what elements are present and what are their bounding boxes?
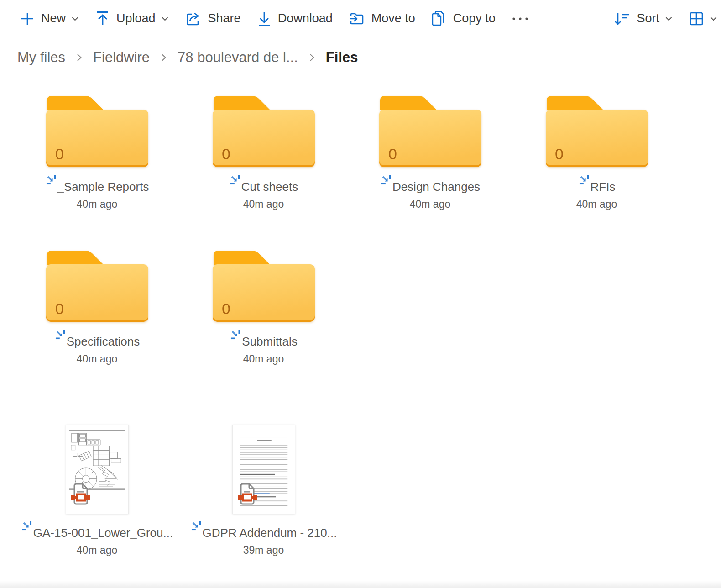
folder-name-row: Submittals (230, 335, 297, 349)
share-button[interactable]: Share (177, 6, 249, 31)
folder-tile[interactable]: 0 Specifications 40m ago (14, 250, 180, 365)
modified-time: 40m ago (77, 198, 118, 210)
file-name-row: GDPR Addendum - 210... (190, 526, 337, 540)
breadcrumb-current-files: Files (326, 49, 358, 66)
folder-item-count: 0 (555, 145, 564, 163)
share-icon (185, 10, 202, 27)
new-item-glint-icon (230, 329, 241, 342)
pdf-file-type-icon (237, 483, 258, 508)
move-to-button[interactable]: Move to (340, 6, 423, 31)
more-commands-button[interactable] (503, 6, 537, 31)
modified-time: 40m ago (77, 544, 118, 556)
file-thumbnail-card (66, 425, 129, 514)
toolbar-left-group: New Upload (12, 6, 537, 31)
sort-button-label: Sort (637, 11, 659, 26)
file-name-row: GA-15-001_Lower_Grou... (21, 526, 173, 540)
upload-button-label: Upload (116, 11, 156, 26)
folder-item-count: 0 (55, 145, 64, 163)
more-icon (511, 16, 529, 21)
modified-time: 40m ago (77, 353, 118, 365)
breadcrumb-fieldwire[interactable]: Fieldwire (93, 49, 150, 66)
move-to-button-label: Move to (371, 11, 415, 26)
file-grid-row: GA-15-001_Lower_Grou... 40m ago (0, 425, 721, 556)
modified-time: 40m ago (576, 198, 617, 210)
chevron-down-icon (161, 14, 169, 23)
folder-item-count: 0 (55, 300, 64, 317)
share-button-label: Share (208, 11, 241, 26)
pdf-file-type-icon (70, 483, 91, 508)
folder-icon: 0 (45, 95, 149, 170)
download-button[interactable]: Download (249, 6, 340, 31)
toolbar: New Upload (0, 0, 721, 37)
file-tile[interactable]: GDPR Addendum - 210... 39m ago (180, 425, 347, 556)
copy-to-icon (431, 10, 447, 27)
breadcrumb: My files Fieldwire 78 boulevard de l... … (0, 37, 721, 66)
folder-tile[interactable]: 0 Submittals 40m ago (180, 250, 347, 365)
sort-button[interactable]: Sort (606, 6, 681, 31)
folder-name: Design Changes (392, 180, 480, 194)
new-item-glint-icon (54, 329, 66, 342)
plus-icon (20, 11, 35, 26)
new-item-glint-icon (229, 174, 241, 188)
chevron-right-icon (76, 52, 83, 63)
move-to-icon (348, 11, 366, 26)
sort-icon (613, 10, 631, 27)
file-thumbnail-card (232, 425, 295, 514)
breadcrumb-my-files[interactable]: My files (17, 49, 65, 66)
download-button-label: Download (278, 11, 333, 26)
upload-button[interactable]: Upload (87, 6, 177, 31)
download-icon (256, 10, 272, 27)
folder-icon: 0 (45, 250, 149, 325)
folder-icon: 0 (378, 95, 482, 170)
bottom-edge-fade (0, 581, 721, 588)
modified-time: 39m ago (243, 544, 284, 556)
new-item-glint-icon (21, 520, 33, 534)
file-tile[interactable]: GA-15-001_Lower_Grou... 40m ago (14, 425, 180, 556)
folder-name-row: Cut sheets (229, 180, 298, 194)
new-button[interactable]: New (12, 6, 87, 31)
chevron-down-icon (709, 14, 718, 23)
breadcrumb-project[interactable]: 78 boulevard de l... (178, 49, 298, 66)
file-name: GA-15-001_Lower_Grou... (33, 526, 173, 540)
toolbar-right-group: Sort (606, 6, 721, 31)
folder-item-count: 0 (222, 300, 230, 317)
chevron-down-icon (71, 14, 79, 23)
view-options-button[interactable] (681, 6, 721, 31)
new-item-glint-icon (380, 174, 392, 188)
chevron-down-icon (664, 14, 673, 23)
file-name: GDPR Addendum - 210... (203, 526, 337, 540)
folder-icon: 0 (545, 95, 649, 170)
copy-to-button-label: Copy to (453, 11, 496, 26)
modified-time: 40m ago (243, 353, 284, 365)
folder-tile[interactable]: 0 RFIs 40m ago (513, 95, 680, 210)
modified-time: 40m ago (410, 198, 451, 210)
folder-item-count: 0 (222, 145, 230, 163)
grid-view-icon (689, 11, 704, 26)
folder-tile[interactable]: 0 _Sample Reports 40m ago (14, 95, 180, 210)
onedrive-file-browser: New Upload (0, 0, 721, 588)
folder-icon: 0 (212, 95, 316, 170)
chevron-right-icon (308, 52, 315, 63)
folder-name: RFIs (590, 180, 616, 194)
folder-name: Specifications (67, 335, 140, 349)
folder-icon: 0 (212, 250, 316, 325)
copy-to-button[interactable]: Copy to (423, 6, 503, 31)
new-item-glint-icon (190, 520, 202, 534)
new-item-glint-icon (45, 174, 57, 188)
folder-name: _Sample Reports (57, 180, 149, 194)
folder-name-row: _Sample Reports (45, 180, 149, 194)
folder-item-count: 0 (388, 145, 397, 163)
new-button-label: New (41, 11, 66, 26)
modified-time: 40m ago (243, 198, 284, 210)
chevron-right-icon (160, 52, 167, 63)
folder-tile[interactable]: 0 Cut sheets 40m ago (180, 95, 347, 210)
folder-name-row: RFIs (578, 180, 616, 194)
upload-icon (95, 10, 110, 27)
folder-grid-row-2: 0 Specifications 40m ago (0, 250, 721, 365)
folder-grid-row-1: 0 _Sample Reports 40m ago (0, 95, 721, 210)
folder-tile[interactable]: 0 Design Changes 40m ago (347, 95, 513, 210)
new-item-glint-icon (578, 174, 590, 188)
folder-name-row: Design Changes (380, 180, 480, 194)
folder-name: Submittals (242, 335, 297, 349)
folder-name: Cut sheets (241, 180, 298, 194)
